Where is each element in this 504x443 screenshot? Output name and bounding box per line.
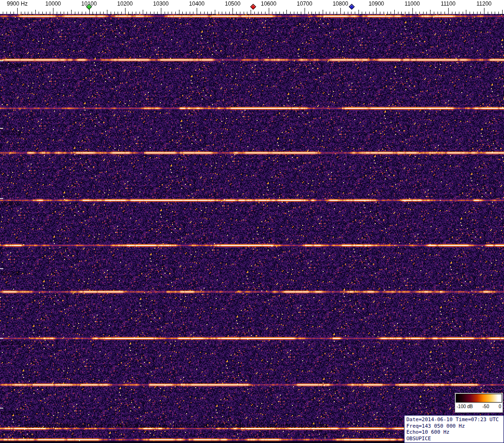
time-tick — [0, 268, 3, 269]
freq-tick-label: 11200 — [477, 0, 491, 7]
spectrogram-app: 9900 Hz100001010010200103001040010500106… — [0, 0, 504, 443]
time-label: 09:23:30 — [1, 63, 21, 68]
legend-scale-labels: -100 dB -50 0 — [455, 403, 503, 409]
freq-tick-label: 10000 — [46, 0, 61, 7]
time-tick — [0, 338, 3, 339]
info-station: OBSUPICE — [406, 436, 502, 442]
freq-tick-label: 9900 Hz — [7, 0, 28, 7]
observation-info-box: Date=2014-06-10 Time=07:23 UTC Freq=143 … — [404, 415, 504, 443]
freq-tick-label: 10200 — [117, 0, 133, 7]
legend-mid-label: -50 — [483, 404, 489, 409]
time-tick — [0, 128, 3, 129]
freq-tick-label: 10400 — [189, 0, 205, 7]
time-tick — [0, 60, 3, 61]
time-label: 09:23:15 — [1, 130, 21, 136]
freq-tick-label: 11100 — [441, 0, 456, 7]
time-tick — [0, 198, 3, 199]
time-label: 09:22:30 — [1, 340, 21, 346]
freq-tick-label: 10700 — [297, 0, 312, 7]
detection-parameters-text: 20140610072209864 hCnt11 nb-77.f10766 hi… — [26, 423, 328, 429]
db-color-legend: -100 dB -50 0 — [455, 393, 503, 413]
frequency-ruler[interactable]: 9900 Hz100001010010200103001040010500106… — [0, 0, 504, 14]
legend-max-label: 0 — [498, 404, 501, 409]
time-label: 09:23:00 — [1, 200, 21, 206]
time-label: 09:22:15 — [1, 410, 21, 416]
freq-tick-label: 10900 — [369, 0, 384, 7]
info-echo: Echo=10 600 Hz — [406, 429, 502, 436]
colormap-gradient-bar — [456, 394, 502, 403]
legend-min-label: -100 dB — [457, 404, 473, 409]
info-date-time: Date=2014-06-10 Time=07:23 UTC — [406, 417, 502, 423]
info-frequency: Freq=143 050 000 Hz — [406, 423, 502, 430]
waterfall-spectrogram[interactable] — [0, 14, 504, 443]
freq-tick-label: 10800 — [332, 0, 348, 7]
time-offset-text: ^t+09 — [21, 434, 34, 439]
freq-tick-label: 10600 — [261, 0, 276, 7]
freq-tick-label: 10300 — [153, 0, 168, 7]
freq-tick-label: 11000 — [405, 0, 419, 7]
time-label: 09:22:45 — [1, 271, 21, 276]
time-tick — [0, 408, 3, 409]
freq-tick-label: 10500 — [225, 0, 240, 7]
